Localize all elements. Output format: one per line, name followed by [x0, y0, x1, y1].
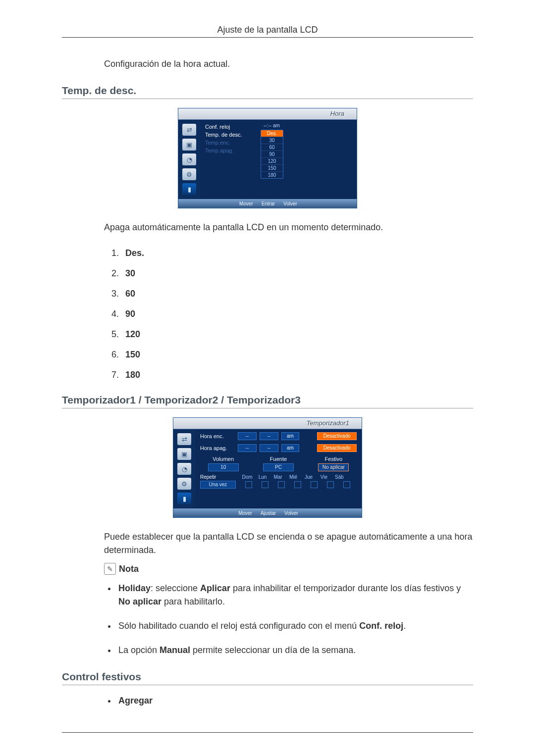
clock-current-value: --:-- am	[264, 123, 280, 128]
note-text: : seleccione	[151, 583, 200, 593]
input-icon: ⇄	[177, 433, 191, 445]
hora-apag-label: Hora apag.	[200, 445, 235, 451]
heading-temporizador: Temporizador1 / Temporizador2 / Temporiz…	[62, 394, 473, 408]
note-item: Sólo habilitado cuando el reloj está con…	[116, 619, 473, 633]
option-90: 90	[261, 151, 283, 157]
day-checkbox	[262, 481, 268, 488]
note-text: para habilitarlo.	[161, 597, 225, 606]
hora-enc-state: Desactivado	[317, 432, 357, 440]
note-text: Aplicar	[200, 583, 230, 593]
note-text: Holiday	[118, 583, 151, 593]
chart-icon: ▮	[182, 183, 196, 195]
note-item: La opción Manual permite seleccionar un …	[116, 644, 473, 657]
repetir-label: Repetir	[200, 474, 235, 480]
note-icon: ✎	[104, 563, 116, 575]
note-text: Conf. reloj	[359, 621, 403, 631]
footer-mover: Mover	[237, 510, 252, 516]
note-text: .	[403, 621, 406, 631]
day-jue: Jue	[302, 474, 316, 480]
col-fuente-value: PC	[263, 463, 294, 471]
day-checkbox	[294, 481, 301, 488]
osd-side-icons: ⇄ ▣ ◔ ⚙ ▮	[173, 429, 195, 508]
osd-hora-title: Hora	[330, 110, 344, 117]
option-des: Des.	[261, 130, 283, 137]
chart-icon: ▮	[177, 493, 191, 504]
note-label: Nota	[119, 564, 139, 574]
option-60: 60	[261, 144, 283, 151]
menu-temp-enc: Temp.enc.	[205, 139, 255, 147]
day-checkbox	[245, 481, 252, 488]
menu-conf-reloj: Conf. reloj	[205, 123, 255, 131]
clock-icon: ◔	[177, 463, 191, 475]
osd-hora-footer: Mover Entrar Volver	[178, 199, 357, 208]
list-item: 180	[125, 370, 140, 380]
note-text: Sólo habilitado cuando el reloj está con…	[118, 621, 359, 631]
festivos-list: Agregar	[116, 694, 473, 707]
sleep-options: Des. 30 60 90 120 150 180	[261, 130, 283, 179]
hora-apag-hh: --	[238, 444, 257, 452]
day-vie: Vie	[317, 474, 331, 480]
day-mie: Mié	[286, 474, 300, 480]
col-festivo-label: Festivo	[311, 456, 357, 462]
hora-enc-hh: --	[238, 432, 257, 440]
page-header: Ajuste de la pantalla LCD	[62, 25, 473, 38]
list-item: Agregar	[116, 694, 473, 707]
clock-icon: ◔	[182, 153, 196, 165]
heading-temp-de-desc: Temp. de desc.	[62, 85, 473, 99]
hora-enc-ampm: am	[281, 432, 299, 440]
footer-volver: Volver	[283, 510, 298, 516]
menu-temp-apag: Temp.apag.	[205, 147, 255, 154]
day-dom: Dom	[240, 474, 254, 480]
list-item: 30	[125, 268, 135, 278]
option-150: 150	[261, 164, 283, 171]
note-text: para inhabilitar el temporizador durante…	[230, 583, 461, 593]
day-sab: Sáb	[332, 474, 346, 480]
list-item: 60	[125, 289, 135, 299]
day-checkbox	[343, 481, 350, 488]
note-text: Manual	[160, 645, 190, 655]
day-checkbox	[311, 481, 318, 488]
hora-apag-state: Desactivado	[317, 444, 357, 452]
list-item: 120	[125, 329, 140, 339]
list-item-text: Agregar	[118, 696, 153, 706]
day-lun: Lun	[256, 474, 269, 480]
footer-mover: Mover	[238, 201, 253, 206]
hora-enc-label: Hora enc.	[200, 433, 235, 439]
input-icon: ⇄	[182, 124, 196, 136]
list-item: 90	[125, 309, 135, 319]
sleep-options-list: Des. 30 60 90 120 150 180	[121, 248, 473, 380]
option-30: 30	[261, 137, 283, 144]
list-item: Des.	[125, 248, 144, 258]
day-mar: Mar	[271, 474, 285, 480]
heading-control-festivos: Control festivos	[62, 671, 473, 685]
notes-list: Holiday: seleccione Aplicar para inhabil…	[116, 582, 473, 657]
osd-hora-screenshot: Hora ⇄ ▣ ◔ ⚙ ▮ Conf. reloj Temp. de desc…	[62, 108, 473, 208]
settings-icon: ⚙	[182, 168, 196, 180]
col-volumen-value: 10	[208, 463, 239, 471]
osd-timer-footer: Mover Ajustar Volver	[173, 508, 362, 517]
footer-entrar: Entrar	[260, 201, 275, 206]
hora-apag-mm: --	[260, 444, 278, 452]
section1-desc: Apaga automáticamente la pantalla LCD en…	[104, 221, 473, 234]
day-checkbox	[327, 481, 334, 488]
osd-side-icons: ⇄ ▣ ◔ ⚙ ▮	[178, 120, 200, 199]
option-180: 180	[261, 171, 283, 178]
col-festivo-value: No aplicar	[318, 463, 349, 471]
note-text: La opción	[118, 645, 160, 655]
list-item: 150	[125, 350, 140, 359]
footer-ajustar: Ajustar	[259, 510, 276, 516]
repetir-value: Una vez	[200, 481, 236, 489]
col-fuente-label: Fuente	[255, 456, 301, 462]
note-text: No aplicar	[118, 597, 161, 606]
page-footer-rule	[62, 732, 473, 733]
menu-temp-de-desc: Temp. de desc.	[205, 131, 255, 139]
osd-temporizador-screenshot: Temporizador1 ⇄ ▣ ◔ ⚙ ▮ Hora enc. -- -- …	[62, 417, 473, 518]
option-120: 120	[261, 157, 283, 164]
picture-icon: ▣	[177, 448, 191, 460]
day-checkbox	[278, 481, 285, 488]
hora-enc-mm: --	[260, 432, 278, 440]
picture-icon: ▣	[182, 139, 196, 151]
note-item: Holiday: seleccione Aplicar para inhabil…	[116, 582, 473, 608]
intro-text: Configuración de la hora actual.	[104, 57, 473, 71]
osd-timer-title: Temporizador1	[307, 419, 349, 427]
